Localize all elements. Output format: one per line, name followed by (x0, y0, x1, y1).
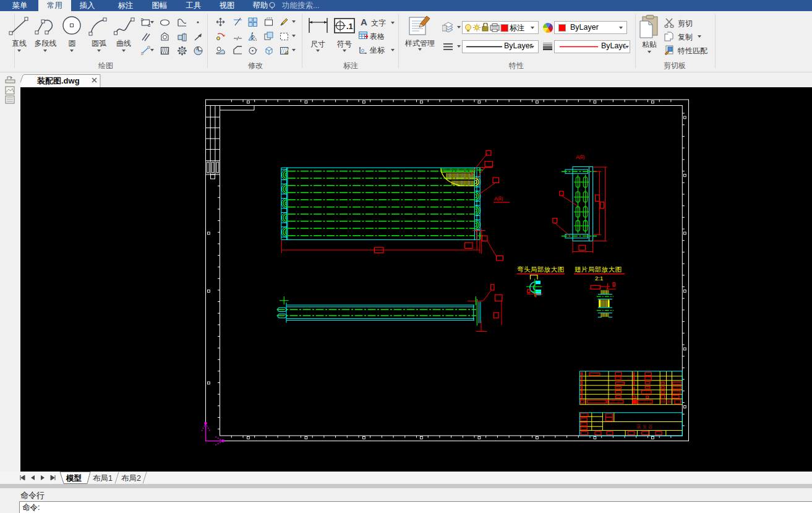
svg-text:弯头局部放大图: 弯头局部放大图 (517, 265, 564, 273)
svg-text:蒸发器: 蒸发器 (636, 424, 654, 429)
svg-text:A: A (196, 46, 199, 51)
svg-text:装配图.dwg: 装配图.dwg (36, 76, 80, 85)
svg-text:翅片局部放大图: 翅片局部放大图 (575, 265, 622, 273)
svg-text:布局2: 布局2 (121, 474, 141, 483)
svg-text:A向: A向 (494, 196, 503, 202)
svg-text:模型: 模型 (66, 474, 82, 483)
svg-text:2:1: 2:1 (595, 275, 603, 282)
svg-text:布局1: 布局1 (93, 474, 113, 483)
svg-text:标注: 标注 (510, 24, 524, 32)
svg-text:.1: .1 (346, 22, 353, 31)
svg-text:A向: A向 (576, 154, 585, 160)
